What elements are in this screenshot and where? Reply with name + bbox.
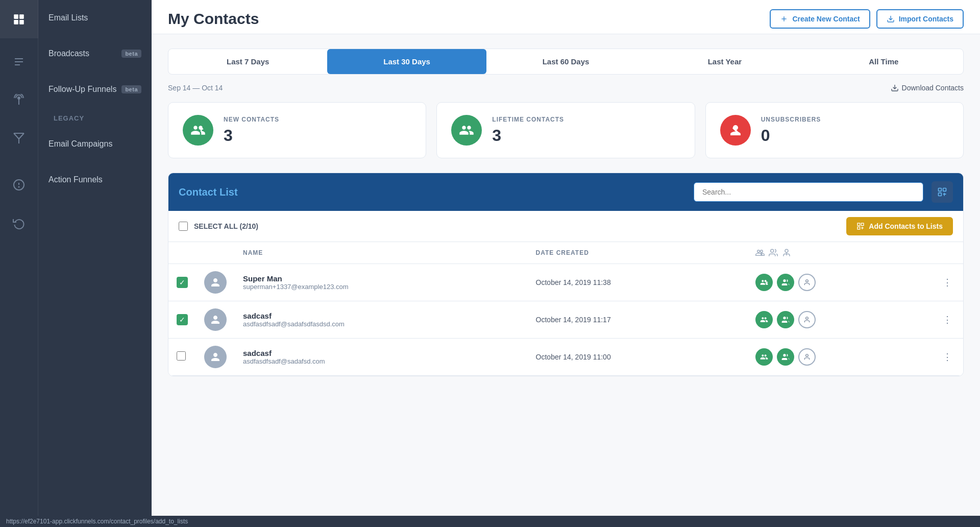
search-input[interactable] xyxy=(694,182,923,202)
row-avatar-2 xyxy=(196,301,235,339)
header-actions: Create New Contact Import Contacts xyxy=(770,9,964,29)
col-name: NAME xyxy=(235,242,528,264)
lifetime-contacts-icon xyxy=(451,115,482,146)
sidebar-icon-action-funnels[interactable] xyxy=(0,204,38,242)
row-actions-3 xyxy=(747,339,932,376)
legacy-section-label: Legacy xyxy=(38,107,152,126)
sidebar-icon-home[interactable] xyxy=(0,0,38,38)
contact-list-title: Contact List xyxy=(179,186,238,198)
col-more xyxy=(932,242,963,264)
import-contacts-button[interactable]: Import Contacts xyxy=(876,9,964,29)
time-period-tabs: Last 7 Days Last 30 Days Last 60 Days La… xyxy=(168,49,964,75)
svg-rect-19 xyxy=(943,188,946,191)
follow-up-funnels-badge: beta xyxy=(121,85,141,93)
row-actions-1 xyxy=(747,264,932,301)
col-actions xyxy=(747,242,932,264)
status-bar: https://ef2e7101-app.clickfunnels.com/co… xyxy=(0,516,980,527)
table-row: ✓ sadcasf asdfasdfsadf@sadafsdfasdsd.com xyxy=(168,301,963,339)
user-btn-2[interactable] xyxy=(798,311,816,328)
add-contacts-to-lists-button[interactable]: Add Contacts to Lists xyxy=(846,217,953,235)
col-checkbox xyxy=(168,242,196,264)
user-btn-1[interactable] xyxy=(798,274,816,291)
avatar-1 xyxy=(204,271,227,294)
svg-point-35 xyxy=(783,317,786,319)
svg-point-36 xyxy=(806,317,808,320)
add-contact-btn-2[interactable] xyxy=(755,311,773,328)
more-options-btn-1[interactable]: ⋮ xyxy=(940,275,955,290)
row-avatar-3 xyxy=(196,339,235,376)
select-all-bar: SELECT ALL (2/10) Add Contacts to Lists xyxy=(168,211,963,242)
sidebar-item-email-lists[interactable]: Email Lists xyxy=(38,0,152,36)
page-title: My Contacts xyxy=(168,10,259,28)
sidebar-icons-column xyxy=(0,0,38,527)
stat-new-contacts: NEW CONTACTS 3 xyxy=(168,102,426,158)
checkbox-3[interactable] xyxy=(177,351,186,361)
create-new-contact-button[interactable]: Create New Contact xyxy=(770,9,870,29)
sidebar-icon-broadcast[interactable] xyxy=(0,81,38,119)
svg-point-33 xyxy=(783,279,786,282)
tab-last-year[interactable]: Last Year xyxy=(645,49,804,74)
sidebar-item-broadcasts[interactable]: Broadcasts beta xyxy=(38,36,152,71)
row-actions-2 xyxy=(747,301,932,339)
avatar-2 xyxy=(204,308,227,331)
main-body: Last 7 Days Last 30 Days Last 60 Days La… xyxy=(152,34,980,391)
unsubscribers-icon xyxy=(720,115,751,146)
svg-rect-18 xyxy=(939,188,942,191)
group-btn-2[interactable] xyxy=(777,311,794,328)
tab-all-time[interactable]: All Time xyxy=(804,49,963,74)
sidebar-icon-list[interactable] xyxy=(0,42,38,81)
contacts-table: NAME Date Created xyxy=(168,242,963,376)
row-checkbox-2[interactable]: ✓ xyxy=(168,301,196,339)
stat-unsubscribers: UNSUBSCRIBERS 0 xyxy=(705,102,964,158)
svg-point-37 xyxy=(783,354,786,356)
stat-lifetime-contacts: LIFETIME CONTACTS 3 xyxy=(436,102,695,158)
tab-last-30-days[interactable]: Last 30 Days xyxy=(327,49,486,74)
add-to-lists-icon xyxy=(856,222,865,230)
user-btn-3[interactable] xyxy=(798,348,816,366)
import-icon xyxy=(887,15,895,23)
svg-point-38 xyxy=(806,354,808,357)
tab-last-7-days[interactable]: Last 7 Days xyxy=(168,49,327,74)
svg-rect-2 xyxy=(14,20,18,25)
svg-point-29 xyxy=(785,249,788,252)
select-all-label: SELECT ALL (2/10) xyxy=(194,222,840,230)
sidebar-item-email-campaigns[interactable]: Email Campaigns xyxy=(38,126,152,162)
new-contacts-icon xyxy=(183,115,213,146)
checked-icon-1[interactable]: ✓ xyxy=(177,277,188,288)
sidebar-item-action-funnels[interactable]: Action Funnels xyxy=(38,162,152,198)
page-header: My Contacts Create New Contact Import Co… xyxy=(152,0,980,34)
contact-list-header: Contact List xyxy=(168,173,963,211)
row-avatar-1 xyxy=(196,264,235,301)
col-avatar xyxy=(196,242,235,264)
table-header-row: NAME Date Created xyxy=(168,242,963,264)
main-content: My Contacts Create New Contact Import Co… xyxy=(152,0,980,527)
filter-button[interactable] xyxy=(932,181,953,203)
sidebar-icon-email-campaigns[interactable] xyxy=(0,165,38,204)
avatar-3 xyxy=(204,346,227,368)
sidebar-item-follow-up-funnels[interactable]: Follow-Up Funnels beta xyxy=(38,71,152,107)
checked-icon-2[interactable]: ✓ xyxy=(177,314,188,325)
row-name-3: sadcasf asdfasdfsadf@sadafsd.com xyxy=(235,339,528,376)
row-checkbox-3[interactable] xyxy=(168,339,196,376)
download-contacts-link[interactable]: Download Contacts xyxy=(891,84,964,92)
svg-rect-20 xyxy=(939,193,942,196)
table-row: sadcasf asdfasdfsadf@sadafsd.com October… xyxy=(168,339,963,376)
more-options-btn-3[interactable]: ⋮ xyxy=(940,349,955,365)
sidebar-nav-column: Email Lists Broadcasts beta Follow-Up Fu… xyxy=(38,0,152,527)
group-btn-1[interactable] xyxy=(777,274,794,291)
group-btn-3[interactable] xyxy=(777,348,794,366)
new-contacts-info: NEW CONTACTS 3 xyxy=(224,116,279,145)
sidebar-icon-funnels[interactable] xyxy=(0,119,38,157)
svg-point-34 xyxy=(806,280,808,282)
row-checkbox-1[interactable]: ✓ xyxy=(168,264,196,301)
row-date-1: October 14, 2019 11:38 xyxy=(528,264,748,301)
row-name-1: Super Man superman+1337@example123.com xyxy=(235,264,528,301)
add-contact-btn-3[interactable] xyxy=(755,348,773,366)
tab-last-60-days[interactable]: Last 60 Days xyxy=(486,49,645,74)
svg-rect-23 xyxy=(857,223,860,226)
lifetime-contacts-info: LIFETIME CONTACTS 3 xyxy=(492,116,564,145)
add-contact-btn-1[interactable] xyxy=(755,274,773,291)
select-all-checkbox[interactable] xyxy=(179,222,188,231)
more-options-btn-2[interactable]: ⋮ xyxy=(940,312,955,327)
date-range-text: Sep 14 — Oct 14 xyxy=(168,84,223,92)
